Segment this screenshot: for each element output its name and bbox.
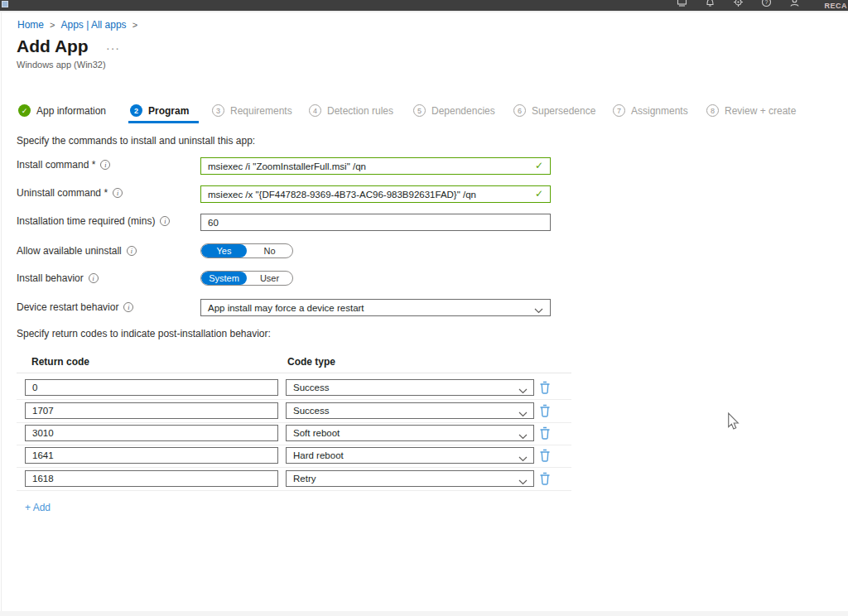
code-type-select[interactable]: Soft reboot: [286, 425, 534, 441]
return-code-input[interactable]: [25, 470, 278, 487]
step-program[interactable]: 2 Program: [130, 104, 189, 117]
info-icon[interactable]: i: [123, 302, 133, 312]
uninstall-command-label: Uninstall command * i: [17, 187, 123, 199]
step-app-information[interactable]: ✓ App information: [18, 104, 106, 117]
row-divider: [17, 422, 571, 423]
commands-section-heading: Specify the commands to install and unin…: [17, 135, 255, 147]
return-code-input[interactable]: [25, 379, 278, 396]
step-label: Assignments: [631, 105, 688, 117]
return-code-row: Soft reboot: [17, 425, 571, 447]
toggle-option-system[interactable]: System: [201, 272, 247, 285]
install-command-label: Install command * i: [17, 159, 110, 171]
chevron-down-icon: [518, 431, 528, 441]
return-code-input[interactable]: [25, 425, 278, 441]
info-icon[interactable]: i: [89, 273, 99, 283]
install-command-input[interactable]: [200, 157, 551, 175]
return-code-input[interactable]: [25, 447, 278, 464]
chevron-down-icon: [518, 454, 528, 464]
return-code-row: Retry: [17, 470, 571, 493]
row-divider: [17, 399, 571, 400]
delete-row-trash-icon[interactable]: [539, 404, 551, 417]
step-review-create[interactable]: 8 Review + create: [706, 104, 796, 117]
code-type-select[interactable]: Success: [286, 379, 534, 396]
info-icon[interactable]: i: [160, 216, 170, 226]
row-divider: [17, 467, 571, 468]
chevron-down-icon: [518, 386, 528, 396]
delete-row-trash-icon[interactable]: [539, 381, 551, 394]
notifications-bell-icon[interactable]: [705, 0, 716, 7]
step-indicator-icon: 3: [212, 104, 224, 117]
svg-text:?: ?: [765, 0, 768, 5]
code-type-column-header: Code type: [287, 356, 335, 368]
toggle-option-user[interactable]: User: [247, 272, 292, 285]
install-behavior-label: Install behavior i: [17, 272, 99, 284]
delete-row-trash-icon[interactable]: [539, 449, 551, 462]
step-indicator-icon: 5: [413, 104, 426, 117]
delete-row-trash-icon[interactable]: [539, 472, 551, 485]
breadcrumb: Home > Apps | All apps >: [17, 19, 137, 31]
step-label: Requirements: [230, 105, 292, 117]
step-label: Review + create: [725, 105, 796, 117]
install-time-input[interactable]: [200, 214, 551, 231]
device-restart-behavior-label: Device restart behavior i: [17, 301, 133, 313]
allow-available-uninstall-label: Allow available uninstall i: [17, 245, 137, 257]
step-indicator-icon: 2: [130, 104, 142, 117]
step-label: Dependencies: [431, 105, 495, 117]
uninstall-command-input[interactable]: [200, 185, 551, 203]
help-icon[interactable]: ?: [761, 0, 772, 7]
step-label: Detection rules: [327, 105, 393, 117]
install-time-label: Installation time required (mins) i: [17, 215, 170, 227]
settings-gear-icon[interactable]: [733, 0, 744, 7]
step-indicator-icon: 7: [613, 104, 625, 117]
code-type-select[interactable]: Hard reboot: [286, 447, 534, 464]
step-indicator-icon: 6: [513, 104, 526, 117]
step-dependencies[interactable]: 5 Dependencies: [413, 104, 495, 117]
step-requirements[interactable]: 3 Requirements: [212, 104, 292, 117]
breadcrumb-apps-all-apps[interactable]: Apps | All apps: [60, 19, 126, 31]
return-codes-section-heading: Specify return codes to indicate post-in…: [17, 328, 271, 339]
page-subtitle: Windows app (Win32): [17, 60, 106, 70]
device-icon[interactable]: [677, 0, 687, 7]
page-title: Add App: [17, 36, 89, 56]
left-edge-line: [1, 12, 2, 616]
breadcrumb-home[interactable]: Home: [17, 19, 44, 31]
table-header-divider: [17, 373, 571, 373]
portal-top-bar: ? RECA: [0, 0, 848, 11]
more-menu-icon[interactable]: ···: [106, 41, 120, 55]
active-step-underline: [128, 121, 199, 123]
allow-available-uninstall-toggle: Yes No: [200, 243, 293, 258]
delete-row-trash-icon[interactable]: [539, 426, 551, 440]
toggle-option-no[interactable]: No: [247, 244, 292, 257]
code-type-select[interactable]: Success: [286, 402, 534, 419]
step-detection-rules[interactable]: 4 Detection rules: [309, 104, 393, 117]
chevron-down-icon: [518, 409, 528, 419]
device-restart-behavior-select[interactable]: App install may force a device restart: [200, 299, 551, 316]
breadcrumb-separator: >: [132, 20, 137, 30]
info-icon[interactable]: i: [113, 188, 123, 198]
chevron-down-icon: [534, 306, 543, 315]
return-code-input[interactable]: [25, 402, 278, 419]
return-code-row: Success: [17, 379, 571, 402]
step-label: Supersedence: [532, 105, 595, 117]
row-divider: [17, 490, 571, 491]
topbar-divider: [0, 11, 848, 12]
app-window-icon: [2, 1, 8, 7]
step-label: App information: [36, 105, 106, 117]
step-supersedence[interactable]: 6 Supersedence: [513, 104, 595, 117]
row-divider: [17, 445, 571, 445]
valid-check-icon: ✓: [535, 188, 543, 200]
recording-indicator: RECA: [824, 2, 847, 10]
return-code-row: Success: [17, 402, 571, 425]
info-icon[interactable]: i: [127, 246, 137, 256]
code-type-select[interactable]: Retry: [286, 470, 534, 487]
mouse-cursor: [727, 412, 740, 434]
step-assignments[interactable]: 7 Assignments: [613, 104, 688, 117]
add-app-program-page: ? RECA Home > Apps | All apps > Add App …: [0, 0, 848, 616]
return-code-row: Hard reboot: [17, 447, 571, 469]
bottom-edge-strip: [0, 611, 848, 616]
account-icon[interactable]: [789, 0, 800, 7]
info-icon[interactable]: i: [100, 160, 110, 170]
add-return-code-link[interactable]: + Add: [25, 502, 51, 513]
step-indicator-icon: 4: [309, 104, 321, 117]
toggle-option-yes[interactable]: Yes: [201, 244, 247, 257]
